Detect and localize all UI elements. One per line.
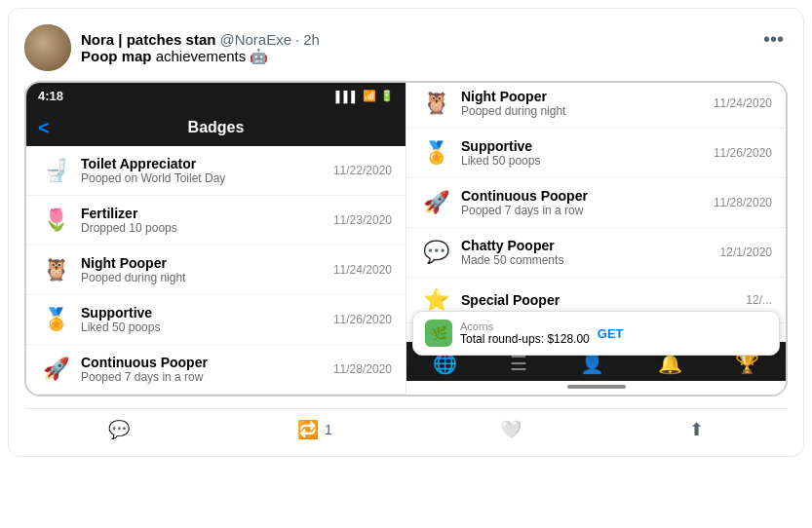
author-handle: @NoraExe <box>219 31 291 48</box>
badge-desc: Dropped 10 poops <box>81 221 324 235</box>
badge-icon: 🏅 <box>420 140 451 166</box>
list-item: 🌷 Fertilizer Dropped 10 poops 11/23/2020 <box>26 196 406 245</box>
badge-info: Supportive Liked 50 poops <box>461 138 704 168</box>
list-item: 🚀 Continuous Pooper Pooped 7 days in a r… <box>406 178 786 228</box>
phone-left-panel: 4:18 ▌▌▌ 📶 🔋 < Badges 🚽 Toilet Appreciat… <box>26 83 406 395</box>
badges-header: < Badges <box>26 109 406 146</box>
badge-icon: 🦉 <box>40 257 71 283</box>
status-time: 4:18 <box>38 89 63 103</box>
badges-title: Badges <box>188 119 245 136</box>
notif-app-label: Acorns <box>460 321 590 332</box>
badge-info: Chatty Pooper Made 50 comments <box>461 238 711 267</box>
notification-banner[interactable]: 🌿 Acorns Total round-ups: $128.00 GET <box>412 311 780 356</box>
status-bar: 4:18 ▌▌▌ 📶 🔋 <box>26 83 406 109</box>
badge-desc: Pooped 7 days in a row <box>81 370 324 384</box>
notif-text: Total round-ups: $128.00 <box>460 332 590 346</box>
badge-info: Supportive Liked 50 poops <box>81 305 324 334</box>
list-item: 🏅 Supportive Liked 50 poops 11/26/2020 <box>26 295 406 345</box>
tweet-text-normal: achievements 🤖 <box>152 48 269 64</box>
badge-date: 11/22/2020 <box>333 164 392 177</box>
author-name: Nora | patches stan <box>81 31 215 48</box>
notif-icon: 🌿 <box>425 320 452 347</box>
share-icon: ⬆ <box>689 419 704 440</box>
retweet-count: 1 <box>325 422 332 437</box>
badge-desc: Liked 50 poops <box>461 154 704 168</box>
list-item: 🚽 Toilet Appreciator Pooped on World Toi… <box>26 146 406 196</box>
back-arrow[interactable]: < <box>38 117 50 139</box>
badge-icon: 🌷 <box>40 207 71 233</box>
avatar <box>24 24 71 71</box>
badge-desc: Pooped 7 days in a row <box>461 204 704 217</box>
right-badge-list: 🦉 Night Pooper Pooped during night 11/24… <box>406 83 786 342</box>
badge-name: Special Pooper <box>461 292 736 308</box>
badge-name: Supportive <box>461 138 704 154</box>
badge-date: 11/24/2020 <box>333 263 392 277</box>
badge-date: 11/26/2020 <box>333 313 392 326</box>
tweet-time: · <box>295 31 299 48</box>
list-item: 🏅 Supportive Liked 50 poops 11/26/2020 <box>406 129 786 178</box>
badge-icon: 🦉 <box>420 91 451 116</box>
badge-name: Chatty Pooper <box>461 238 711 253</box>
badge-desc: Pooped during night <box>81 271 324 284</box>
badge-name: Fertilizer <box>81 206 324 221</box>
badge-date: 11/23/2020 <box>333 213 392 227</box>
wifi-icon: 📶 <box>363 90 376 102</box>
swipe-bar <box>567 385 626 389</box>
battery-icon: 🔋 <box>380 90 394 102</box>
badge-icon: 💬 <box>420 240 451 265</box>
author-info: Nora | patches stan @NoraExe · 2h Poop m… <box>81 31 320 65</box>
badge-info: Toilet Appreciator Pooped on World Toile… <box>81 156 324 185</box>
left-badge-list: 🚽 Toilet Appreciator Pooped on World Toi… <box>26 146 406 395</box>
badge-date: 12/1/2020 <box>720 245 772 259</box>
tweet-card: Nora | patches stan @NoraExe · 2h Poop m… <box>8 8 804 457</box>
list-item: 🚀 Continuous Pooper Pooped 7 days in a r… <box>26 345 406 395</box>
tweet-timestamp: 2h <box>303 31 320 48</box>
badge-date: 12/... <box>746 293 772 307</box>
tweet-author: Nora | patches stan @NoraExe · 2h Poop m… <box>24 24 320 71</box>
tweet-text-bold: Poop map <box>81 48 152 64</box>
notif-emoji: 🌿 <box>431 325 447 341</box>
notif-get-button[interactable]: GET <box>598 326 624 341</box>
badge-icon: 🚽 <box>40 158 71 183</box>
badge-desc: Liked 50 poops <box>81 321 324 334</box>
heart-icon: 🤍 <box>500 419 522 440</box>
badge-name: Night Pooper <box>81 255 324 271</box>
author-name-line: Nora | patches stan @NoraExe · 2h <box>81 31 320 48</box>
tweet-footer: 💬 🔁 1 🤍 ⬆ <box>24 408 788 440</box>
tweet-header: Nora | patches stan @NoraExe · 2h Poop m… <box>24 24 788 71</box>
list-item: 🦉 Night Pooper Pooped during night 11/24… <box>406 83 786 129</box>
retweet-icon: 🔁 <box>297 419 319 440</box>
comment-action[interactable]: 💬 <box>108 419 130 440</box>
badge-info: Continuous Pooper Pooped 7 days in a row <box>461 188 704 217</box>
list-item: 💬 Chatty Pooper Made 50 comments 12/1/20… <box>406 228 786 278</box>
badge-icon: 🚀 <box>40 357 71 382</box>
share-action[interactable]: ⬆ <box>689 419 704 440</box>
badge-info: Special Pooper <box>461 292 736 308</box>
badge-desc: Pooped on World Toilet Day <box>81 171 324 185</box>
signal-icon: ▌▌▌ <box>336 91 359 102</box>
badge-info: Night Pooper Pooped during night <box>81 255 324 284</box>
badge-icon: 🚀 <box>420 190 451 215</box>
phone-right-panel: 🦉 Night Pooper Pooped during night 11/24… <box>406 83 786 395</box>
more-button[interactable]: ••• <box>759 24 788 55</box>
retweet-action[interactable]: 🔁 1 <box>297 419 332 440</box>
badge-icon: 🏅 <box>40 307 71 332</box>
badge-desc: Made 50 comments <box>461 253 711 267</box>
badge-info: Night Pooper Pooped during night <box>461 89 704 118</box>
badge-desc: Pooped during night <box>461 104 704 118</box>
list-item: 🦉 Night Pooper Pooped during night 11/24… <box>26 245 406 295</box>
badge-name: Supportive <box>81 305 324 321</box>
badge-name: Continuous Pooper <box>461 188 704 204</box>
badge-name: Continuous Pooper <box>81 355 324 370</box>
status-icons: ▌▌▌ 📶 🔋 <box>336 90 394 102</box>
badge-date: 11/28/2020 <box>333 362 392 376</box>
badge-name: Night Pooper <box>461 89 704 104</box>
notif-content: Acorns Total round-ups: $128.00 <box>460 321 590 346</box>
badge-name: Toilet Appreciator <box>81 156 324 171</box>
like-action[interactable]: 🤍 <box>500 419 522 440</box>
tweet-text: Poop map achievements 🤖 <box>81 48 320 65</box>
badge-date: 11/26/2020 <box>714 146 772 160</box>
badge-info: Continuous Pooper Pooped 7 days in a row <box>81 355 324 384</box>
badge-info: Fertilizer Dropped 10 poops <box>81 206 324 235</box>
phone-mockup: 4:18 ▌▌▌ 📶 🔋 < Badges 🚽 Toilet Appreciat… <box>24 81 788 396</box>
